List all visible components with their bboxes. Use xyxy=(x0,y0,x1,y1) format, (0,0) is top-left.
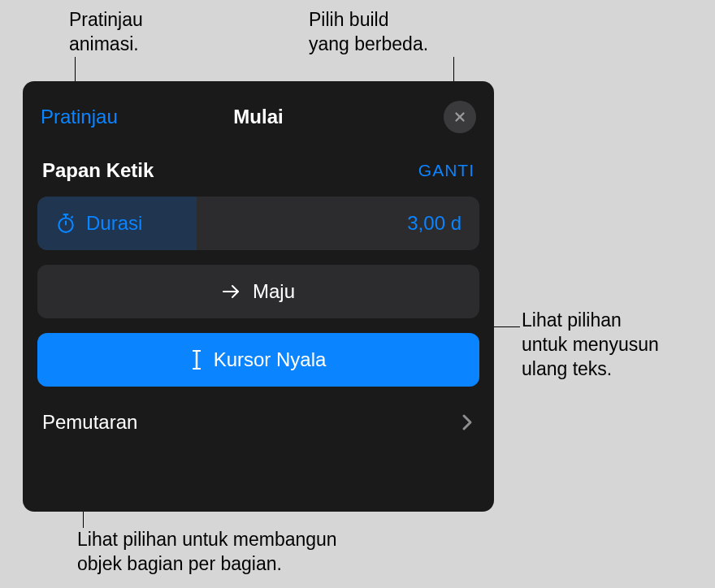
chevron-right-icon xyxy=(462,413,473,431)
callout-text-order: Lihat pilihan untuk menyusun ulang teks. xyxy=(522,309,659,382)
cursor-label: Kursor Nyala xyxy=(214,348,327,371)
direction-label: Maju xyxy=(253,280,295,303)
callout-change-build: Pilih build yang berbeda. xyxy=(309,8,428,57)
arrow-right-icon xyxy=(222,283,241,300)
animation-panel: Pratinjau Mulai Papan Ketik GANTI xyxy=(23,81,494,512)
svg-line-6 xyxy=(72,216,73,218)
cursor-icon xyxy=(191,348,202,371)
direction-button[interactable]: Maju xyxy=(37,265,479,318)
duration-slider[interactable]: Durasi 3,00 d xyxy=(37,197,479,250)
stopwatch-icon xyxy=(55,213,76,234)
effect-row: Papan Ketik GANTI xyxy=(37,151,479,197)
callout-build-parts: Lihat pilihan untuk membangun objek bagi… xyxy=(77,528,337,577)
duration-value: 3,00 d xyxy=(407,212,462,235)
duration-label: Durasi xyxy=(86,212,142,235)
panel-header: Pratinjau Mulai xyxy=(37,96,479,151)
cursor-button[interactable]: Kursor Nyala xyxy=(37,333,479,387)
preview-button[interactable]: Pratinjau xyxy=(41,106,118,128)
playback-label: Pemutaran xyxy=(42,411,137,434)
svg-point-2 xyxy=(58,218,72,232)
playback-button[interactable]: Pemutaran xyxy=(37,408,479,434)
callout-preview: Pratinjau animasi. xyxy=(69,8,143,57)
change-button[interactable]: GANTI xyxy=(418,161,474,180)
close-icon xyxy=(453,110,467,124)
effect-name: Papan Ketik xyxy=(42,159,154,182)
panel-title: Mulai xyxy=(233,106,283,128)
close-button[interactable] xyxy=(444,101,476,133)
